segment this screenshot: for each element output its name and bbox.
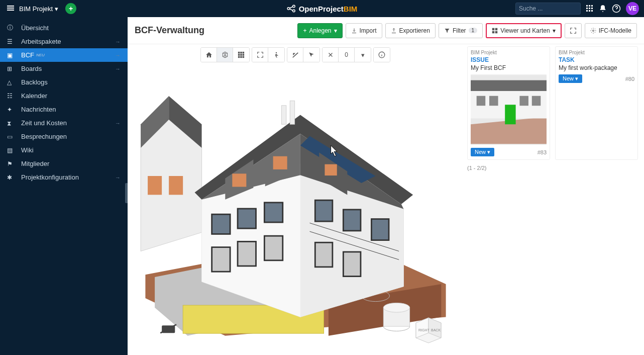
svg-rect-97 xyxy=(477,96,486,106)
chevron-right-icon: → xyxy=(115,52,121,58)
project-selector[interactable]: BIM Projekt ▾ xyxy=(19,5,58,13)
svg-rect-60 xyxy=(290,101,294,125)
page-title: BCF-Verwaltung xyxy=(135,25,204,36)
svg-rect-30 xyxy=(243,56,245,58)
home-view-button[interactable] xyxy=(201,48,217,62)
svg-rect-27 xyxy=(243,54,245,56)
svg-rect-64 xyxy=(238,210,255,228)
sidebar-item-wiki[interactable]: ▤Wiki xyxy=(0,143,128,157)
hamburger-icon[interactable] xyxy=(5,3,16,15)
view-3d-button[interactable] xyxy=(217,48,233,62)
svg-point-5 xyxy=(293,10,295,12)
sidebar-item-projektkonfiguration[interactable]: ✱Projektkonfiguration→ xyxy=(0,170,128,184)
grid-view-button[interactable] xyxy=(233,48,249,62)
sidebar-icon: ⓘ xyxy=(7,24,16,32)
hide-button[interactable] xyxy=(287,48,303,62)
svg-rect-15 xyxy=(591,10,593,12)
3d-viewport[interactable]: RIGHT BACK xyxy=(130,46,461,353)
info-button[interactable] xyxy=(374,48,390,62)
svg-rect-44 xyxy=(148,176,162,195)
sidebar-item-label: Projektkonfiguration xyxy=(21,173,79,181)
status-badge[interactable]: New ▾ xyxy=(471,148,494,156)
svg-rect-8 xyxy=(589,5,590,7)
sidebar-item-mitglieder[interactable]: ⚑Mitglieder xyxy=(0,157,128,170)
help-icon[interactable] xyxy=(612,4,621,13)
walk-button[interactable] xyxy=(268,48,284,62)
user-avatar[interactable]: VE xyxy=(626,2,639,15)
cards-icon xyxy=(492,28,498,34)
ifc-models-button[interactable]: IFC-Modelle xyxy=(585,23,637,38)
fullscreen-icon xyxy=(570,27,577,34)
card-type: ISSUE xyxy=(471,56,547,63)
sidebar-icon: ☰ xyxy=(7,38,16,45)
fit-view-button[interactable] xyxy=(252,48,268,62)
svg-point-4 xyxy=(293,5,295,8)
sidebar-item-label: Besprechungen xyxy=(21,133,67,140)
svg-rect-0 xyxy=(7,6,14,7)
search-box[interactable] xyxy=(515,3,581,15)
view-mode-button[interactable]: Viewer und Karten ▾ xyxy=(486,23,562,38)
svg-rect-99 xyxy=(519,96,528,106)
card-id: #80 xyxy=(625,76,634,82)
sidebar-item-label: Kalender xyxy=(21,92,47,100)
import-button[interactable]: Import xyxy=(346,23,382,38)
bcf-card[interactable]: BIM ProjektISSUEMy First BCFNew ▾#83 xyxy=(467,46,550,160)
sidebar-item-label: Nachrichten xyxy=(21,106,56,113)
svg-rect-66 xyxy=(265,203,282,221)
sidebar-item-nachrichten[interactable]: ✦Nachrichten xyxy=(0,103,128,116)
svg-text:BACK: BACK xyxy=(431,328,441,332)
card-title: My first work-package xyxy=(559,64,634,71)
add-button[interactable]: + xyxy=(65,3,76,14)
viewer-pane: 0 ▾ xyxy=(128,44,463,355)
svg-rect-12 xyxy=(591,8,593,9)
sidebar-item-kalender[interactable]: ☷Kalender xyxy=(0,89,128,103)
sidebar-item-zeit-und-kosten[interactable]: ⧗Zeit und Kosten→ xyxy=(0,116,128,130)
sidebar-icon: ☷ xyxy=(7,93,16,100)
sidebar-item-arbeitspakete[interactable]: ☰Arbeitspakete→ xyxy=(0,35,128,48)
status-badge[interactable]: New ▾ xyxy=(559,74,582,83)
sidebar-item-besprechungen[interactable]: ▭Besprechungen xyxy=(0,130,128,143)
main-content: BCF-Verwaltung + Anlegen ▾ Import Export… xyxy=(128,17,644,355)
nav-cube[interactable]: RIGHT BACK xyxy=(411,315,446,345)
search-input[interactable] xyxy=(519,5,594,12)
fullscreen-button[interactable] xyxy=(565,23,582,38)
svg-rect-24 xyxy=(243,52,245,54)
svg-point-31 xyxy=(276,52,277,53)
import-icon xyxy=(351,28,357,34)
brand-logo: OpenProjectBIM xyxy=(287,4,358,13)
sidebar-item-boards[interactable]: ⊞Boards→ xyxy=(0,62,128,75)
building-model xyxy=(138,54,453,345)
select-button[interactable] xyxy=(303,48,319,62)
svg-rect-98 xyxy=(489,96,498,106)
svg-point-21 xyxy=(592,30,594,31)
svg-rect-58 xyxy=(325,164,337,175)
bell-icon[interactable] xyxy=(599,5,607,13)
filter-button[interactable]: Filter 1 xyxy=(439,23,483,38)
svg-rect-72 xyxy=(265,237,282,260)
export-icon xyxy=(391,28,397,34)
create-button[interactable]: + Anlegen ▾ xyxy=(297,23,342,38)
apps-icon[interactable] xyxy=(586,5,594,13)
project-name-label: BIM Projekt xyxy=(19,5,53,13)
section-count: 0 xyxy=(339,48,355,62)
card-id: #83 xyxy=(538,149,547,155)
svg-rect-70 xyxy=(238,242,255,265)
sidebar-item-bcf[interactable]: ▣BCFNEU→ xyxy=(0,48,128,62)
svg-rect-20 xyxy=(495,31,498,33)
export-button[interactable]: Exportieren xyxy=(385,23,436,38)
svg-rect-78 xyxy=(372,220,388,239)
sidebar-item-übersicht[interactable]: ⓘÜbersicht xyxy=(0,21,128,35)
bcf-card[interactable]: BIM ProjektTASKMy first work-packageNew … xyxy=(555,46,638,160)
chevron-down-icon: ▾ xyxy=(334,27,337,34)
sidebar-item-label: Übersicht xyxy=(21,24,49,32)
section-dropdown[interactable]: ▾ xyxy=(355,48,371,62)
svg-rect-22 xyxy=(238,52,240,54)
card-project: BIM Projekt xyxy=(559,50,634,55)
chevron-down-icon: ▾ xyxy=(55,5,58,13)
section-button[interactable] xyxy=(323,48,339,62)
svg-rect-7 xyxy=(586,5,588,7)
card-project: BIM Projekt xyxy=(471,50,547,55)
svg-rect-45 xyxy=(169,176,183,195)
sidebar-item-backlogs[interactable]: △Backlogs xyxy=(0,75,128,89)
sidebar-icon: ▤ xyxy=(7,147,16,154)
